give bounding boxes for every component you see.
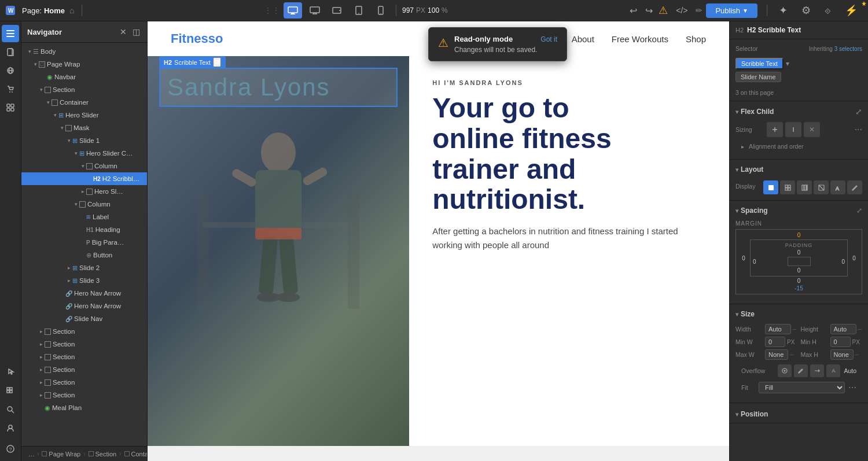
tree-item-section-4[interactable]: ▸ Section	[21, 351, 147, 363]
redo-btn[interactable]: ↪	[643, 3, 655, 19]
tree-arrow-slide-3[interactable]: ▸	[65, 278, 72, 283]
desktop-device-btn[interactable]	[284, 2, 302, 19]
sizing-btn-shrink[interactable]	[785, 122, 801, 137]
tree-arrow-hero-slider[interactable]: ▾	[52, 112, 58, 118]
tree-item-big-para[interactable]: ▸ P Big Para…	[21, 236, 147, 249]
display-text-btn[interactable]: A	[830, 180, 845, 194]
tree-arrow-hero-slider-content[interactable]: ▾	[72, 150, 79, 156]
breadcrumb-section[interactable]: Section	[86, 449, 120, 459]
lightning-btn[interactable]: ⚡	[840, 2, 862, 19]
cursor-tool-btn[interactable]: ✦	[774, 2, 792, 19]
padding-bottom-value[interactable]: 0	[753, 267, 845, 274]
tree-arrow-slide-2[interactable]: ▸	[65, 265, 72, 271]
tree-item-hero-sl[interactable]: ▸ Hero Sl…	[21, 185, 147, 198]
layout-header[interactable]: ▾ Layout	[730, 163, 868, 176]
components-tool-btn[interactable]	[2, 99, 19, 116]
tree-arrow-body[interactable]: ▾	[26, 49, 33, 54]
code-btn[interactable]: </>	[671, 3, 692, 17]
help-tool-btn[interactable]: ?	[2, 440, 19, 458]
navigator-tool-btn[interactable]	[2, 25, 19, 42]
tree-item-section-2[interactable]: ▸ Section	[21, 325, 147, 338]
tree-arrow-section-6[interactable]: ▸	[38, 379, 45, 385]
display-flex-btn[interactable]	[797, 180, 812, 194]
padding-top-value[interactable]: 0	[753, 249, 845, 256]
tree-item-column-1[interactable]: ▾ Column	[21, 160, 147, 172]
overflow-auto-icon-btn[interactable]: A	[826, 364, 840, 377]
cms-tool-btn[interactable]	[2, 62, 19, 79]
margin-right-value[interactable]: 0	[849, 239, 859, 276]
display-edit-btn[interactable]	[847, 180, 862, 194]
nav-link-shop[interactable]: Shop	[686, 34, 706, 44]
tree-arrow-section-1[interactable]: ▾	[38, 87, 45, 93]
tree-arrow-hero-sl[interactable]: ▸	[79, 189, 86, 194]
nav-link-workouts[interactable]: Free Workouts	[612, 34, 668, 44]
fit-select[interactable]: Fill Contain Cover None	[759, 382, 845, 393]
overflow-visible-btn[interactable]	[778, 364, 792, 377]
selector-dropdown[interactable]: ▾	[786, 60, 789, 68]
tree-arrow-section-4[interactable]: ▸	[38, 354, 45, 360]
tree-item-meal-plan[interactable]: ▸ ◉ Meal Plan	[21, 401, 147, 414]
tablet-landscape-device-btn[interactable]	[328, 2, 346, 19]
size-header[interactable]: ▾ Size	[730, 308, 868, 320]
more-options-icon[interactable]: ⋮⋮	[264, 6, 280, 15]
expand-navigator-btn[interactable]: ◫	[131, 26, 141, 38]
tablet-device-btn[interactable]	[350, 2, 368, 19]
desktop-alt-device-btn[interactable]	[306, 2, 324, 19]
tree-arrow-section-5[interactable]: ▸	[38, 367, 45, 373]
margin-top-value[interactable]: 0	[738, 232, 859, 238]
tree-item-section-3[interactable]: ▸ Section	[21, 338, 147, 351]
inheriting-link[interactable]: 3 selectors	[834, 46, 862, 52]
tree-arrow-mask[interactable]: ▾	[58, 125, 65, 131]
tree-item-slide-3[interactable]: ▸ ⊞ Slide 3	[21, 274, 147, 287]
mobile-device-btn[interactable]	[372, 2, 390, 19]
tree-item-h2-scribble[interactable]: ▸ H2 H2 Scribbl…	[21, 172, 147, 185]
tree-arrow-container[interactable]: ▾	[45, 99, 52, 105]
scribble-settings-btn[interactable]: ⚙	[213, 57, 221, 67]
tree-item-hero-nav-arrow-2[interactable]: ▸ 🔗 Hero Nav Arrow	[21, 300, 147, 312]
overflow-edit-btn[interactable]	[794, 364, 808, 377]
tree-item-slide-1[interactable]: ▾ ⊞ Slide 1	[21, 134, 147, 147]
tree-item-body[interactable]: ▾ ☰ Body	[21, 45, 147, 58]
selector-slider-name[interactable]: Slider Name	[735, 72, 781, 82]
integrations-btn[interactable]: ⟐	[820, 2, 836, 19]
tree-item-column-2[interactable]: ▾ Column	[21, 198, 147, 211]
undo-btn[interactable]: ↩	[627, 3, 639, 19]
padding-left-value[interactable]: 0	[753, 259, 756, 265]
tree-item-slide-nav[interactable]: ▸ 🔗 Slide Nav	[21, 312, 147, 325]
flex-child-expand-icon[interactable]: ⤢	[855, 107, 862, 116]
tree-arrow-column-2[interactable]: ▾	[72, 201, 79, 207]
overflow-scroll-h-btn[interactable]	[810, 364, 824, 377]
canvas-area[interactable]: ⚠ Read-only mode Got it Changes will not…	[148, 21, 729, 461]
tree-item-section-5[interactable]: ▸ Section	[21, 363, 147, 376]
tree-item-hero-nav-arrow-1[interactable]: ▸ 🔗 Hero Nav Arrow	[21, 287, 147, 300]
margin-bottom-value[interactable]: 0	[738, 278, 859, 284]
publish-btn[interactable]: Publish ▼	[706, 3, 757, 18]
selector-scribble-text[interactable]: Scribble Text	[735, 58, 784, 69]
margin-left-value[interactable]: 0	[738, 239, 749, 276]
sizing-more-btn[interactable]: ···	[855, 124, 862, 135]
grid-tool-btn[interactable]	[2, 382, 19, 400]
width-input[interactable]	[765, 324, 791, 334]
tree-item-slide-2[interactable]: ▸ ⊞ Slide 2	[21, 261, 147, 274]
settings-btn[interactable]: ⚙	[797, 2, 815, 19]
got-it-btn[interactable]: Got it	[540, 35, 557, 43]
tree-item-section-6[interactable]: ▸ Section	[21, 376, 147, 389]
tree-item-heading[interactable]: ▸ H1 Heading	[21, 223, 147, 236]
sizing-btn-none[interactable]: ✕	[804, 122, 820, 137]
max-h-input[interactable]	[830, 349, 854, 360]
pages-tool-btn[interactable]	[2, 43, 19, 61]
negative-margin-value[interactable]: -15	[738, 285, 859, 292]
flex-child-header[interactable]: ▾ Flex Child ⤢	[730, 105, 868, 119]
tree-arrow-slide-1[interactable]: ▾	[65, 138, 72, 143]
tree-arrow-page-wrap[interactable]: ▾	[32, 61, 39, 67]
sizing-btn-grow[interactable]	[767, 122, 783, 137]
tree-item-mask[interactable]: ▾ Mask	[21, 121, 147, 134]
display-block-btn[interactable]	[763, 180, 778, 194]
fit-more-btn[interactable]: ⋯	[848, 383, 856, 392]
min-w-input[interactable]	[765, 337, 785, 347]
ecommerce-tool-btn[interactable]	[2, 80, 19, 98]
breadcrumb-page-wrap[interactable]: Page Wrap	[39, 449, 83, 459]
scribble-container[interactable]: H2 Scribble Text ⚙ Sandra Lyons	[159, 68, 398, 107]
min-h-input[interactable]	[830, 337, 851, 347]
tree-item-button[interactable]: ▸ ⊕ Button	[21, 249, 147, 261]
